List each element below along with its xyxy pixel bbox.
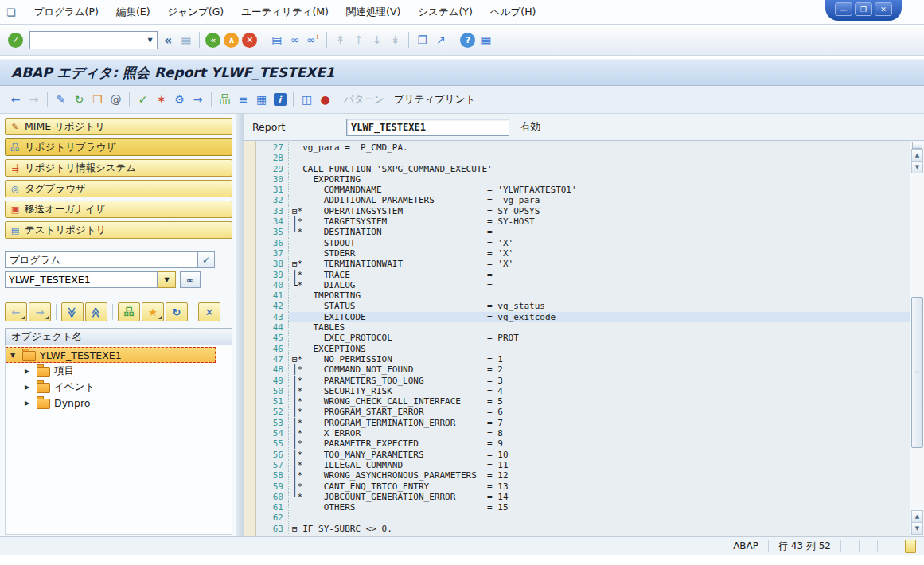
code-line[interactable]: 33 ⊟* OPERATINGSYSTEM = SY-OPSYS — [256, 206, 910, 216]
debugger-icon[interactable]: ◫ — [298, 91, 316, 109]
scroll-down-button[interactable]: ≫ — [61, 302, 84, 321]
expand-arrow-icon[interactable]: ▶ — [25, 399, 33, 407]
breakpoint-stop-icon[interactable]: ● — [316, 91, 334, 109]
expand-arrow-icon[interactable]: ▶ — [25, 368, 33, 375]
code-line[interactable]: 34 │* TARGETSYSTEM = SY-HOST — [256, 216, 910, 227]
help-icon[interactable]: ? — [458, 31, 477, 49]
scrollbar-thumb[interactable]: ∷ — [911, 297, 923, 448]
previous-page-icon[interactable]: ↑ — [349, 31, 368, 49]
code-line[interactable]: 44 TABLES — [256, 322, 910, 333]
code-line[interactable]: 43 EXITCODE = vg_exitcode — [256, 312, 910, 322]
refresh-tree-button[interactable]: ↻ — [166, 302, 188, 321]
code-line[interactable]: 57 │* ILLEGAL_COMMAND = 11 — [256, 460, 910, 470]
close-button[interactable]: ✕ — [875, 2, 892, 16]
code-line[interactable]: 29 CALL FUNCTION 'SXPG_COMMAND_EXECUTE' — [256, 164, 910, 174]
menu-item[interactable]: ジャンプ(G) — [159, 3, 233, 21]
new-session-icon[interactable]: ❐ — [413, 31, 431, 49]
code-line[interactable]: 30 EXPORTING — [256, 174, 910, 185]
code-line[interactable]: 58 │* WRONG_ASYNCHRONOUS_PARAMETERS = 12 — [256, 470, 910, 481]
cancel-icon[interactable]: ✕ — [240, 31, 259, 49]
tree-item-ylwf-testexe1[interactable]: ▼ YLWF_TESTEXE1 — [6, 347, 216, 363]
code-line[interactable]: 52 │* PROGRAM_START_ERROR = 6 — [256, 407, 910, 417]
system-menu-icon[interactable]: ❏ — [6, 6, 16, 18]
code-line[interactable]: 51 │* WRONG_CHECK_CALL_INTERFACE = 5 — [256, 396, 910, 407]
code-line[interactable]: 46 EXCEPTIONS — [256, 344, 910, 354]
menu-item[interactable]: 関連処理(V) — [337, 3, 409, 21]
panel-splitter[interactable] — [236, 114, 244, 536]
back-icon[interactable]: ← — [6, 91, 25, 109]
find-next-icon[interactable]: ∞ — [304, 31, 322, 49]
code-line[interactable]: 37 STDERR = 'X' — [256, 248, 910, 259]
tree-item-dynpro[interactable]: ▶ Dynpro — [6, 395, 96, 411]
sidebar-item-tag-browser[interactable]: ◎ タグブラウザ — [5, 180, 232, 197]
sidebar-item-transport-organizer[interactable]: ▣ 移送オーガナイザ — [5, 201, 232, 218]
code-line[interactable]: 27 vg_para = P_CMD_PA. — [256, 142, 910, 153]
favorites-button[interactable]: ★ — [142, 302, 164, 321]
code-line[interactable]: 50 │* SECURITY_RISK = 4 — [256, 386, 910, 396]
collapse-toolbar-icon[interactable]: « — [164, 33, 172, 48]
pattern-button[interactable]: パターン — [344, 93, 384, 107]
find-icon[interactable]: ∞ — [286, 31, 304, 49]
object-name-dropdown-icon[interactable]: ▼ — [158, 271, 176, 288]
tree-back-button[interactable]: ← — [5, 302, 27, 321]
menu-item[interactable]: ヘルプ(H) — [481, 3, 545, 21]
code-line[interactable]: 61 OTHERS = 15 — [256, 502, 910, 512]
code-line[interactable]: 53 │* PROGRAM_TERMINATION_ERROR = 7 — [256, 418, 910, 428]
menu-item[interactable]: 編集(E) — [107, 3, 159, 21]
customize-layout-icon[interactable]: ▦ — [477, 31, 495, 49]
code-line[interactable]: 31 COMMANDNAME = 'YLWFFAXTEST01' — [256, 185, 910, 195]
object-list-icon[interactable]: 品 — [216, 91, 234, 109]
sidebar-item-repository-browser[interactable]: 品 リポジトリブラウザ — [5, 138, 232, 156]
code-line[interactable]: 32 ADDITIONAL_PARAMETERS = vg_para — [256, 195, 910, 205]
activate-icon[interactable]: ✶ — [152, 91, 170, 109]
split-handle[interactable] — [912, 142, 922, 149]
code-line[interactable]: 47 ⊟* NO_PERMISSION = 1 — [256, 354, 910, 364]
code-line[interactable]: 41 IMPORTING — [256, 290, 910, 301]
last-page-icon[interactable]: ↡ — [386, 31, 404, 49]
status-document-icon[interactable] — [905, 540, 916, 553]
code-line[interactable]: 48 │* COMMAND_NOT_FOUND = 2 — [256, 364, 910, 375]
forward-icon[interactable]: → — [25, 91, 43, 109]
object-name-input[interactable] — [5, 271, 158, 288]
code-line[interactable]: 36 STDOUT = 'X' — [256, 238, 910, 248]
navigation-icon[interactable]: ≡ — [234, 91, 252, 109]
sidebar-item-test-repository[interactable]: ▤ テストリポジトリ — [5, 221, 232, 239]
code-line[interactable]: 49 │* PARAMETERS_TOO_LONG = 3 — [256, 376, 910, 386]
code-line[interactable]: 60 └* JOBCOUNT_GENERATION_ERROR = 14 — [256, 492, 910, 502]
code-line[interactable]: 54 │* X_ERROR = 8 — [256, 428, 910, 438]
code-line[interactable]: 63 ⊟ IF SY-SUBRC <> 0. — [256, 524, 910, 534]
code-line[interactable]: 28 — [256, 153, 910, 163]
command-field[interactable] — [30, 33, 143, 48]
menu-item[interactable]: ユーティリティ(M) — [232, 3, 337, 21]
code-line[interactable]: 59 │* CANT_ENQ_TBTCO_ENTRY = 13 — [256, 481, 910, 492]
minimize-button[interactable]: — — [835, 2, 852, 16]
copy-icon[interactable]: ❐ — [88, 91, 107, 109]
menu-item[interactable]: プログラム(P) — [25, 3, 107, 21]
scroll-down-icon[interactable]: ▼ — [911, 161, 923, 173]
code-line[interactable]: 35 └* DESTINATION = — [256, 227, 910, 237]
display-change-icon[interactable]: ✎ — [52, 91, 70, 109]
report-name-field[interactable]: YLWF_TESTEXE1 — [346, 119, 509, 136]
exit-icon[interactable]: ∧ — [222, 31, 240, 49]
direct-processing-icon[interactable]: ⚙ — [170, 91, 189, 109]
pretty-print-button[interactable]: プリティプリント — [394, 93, 475, 107]
info-icon[interactable]: i — [271, 91, 289, 109]
code-line[interactable]: 45 EXEC_PROTOCOL = PROT — [256, 333, 910, 343]
print-icon[interactable]: ▤ — [267, 31, 286, 49]
back-icon[interactable]: « — [204, 31, 222, 49]
command-dropdown-icon[interactable]: ▼ — [143, 37, 157, 44]
sidebar-item-repository-infosystem[interactable]: ⇶ リポジトリ情報システム — [5, 159, 232, 177]
scroll-down-bottom-icon[interactable]: ▼ — [911, 522, 923, 535]
next-page-icon[interactable]: ↓ — [368, 31, 386, 49]
code-line[interactable]: 55 │* PARAMETER_EXPECTED = 9 — [256, 438, 910, 449]
goto-icon[interactable]: → — [189, 91, 207, 109]
table-display-icon[interactable]: ▦ — [252, 91, 271, 109]
where-used-icon[interactable]: @ — [107, 91, 125, 109]
code-line[interactable]: 42 STATUS = vg_status — [256, 301, 910, 311]
vertical-scrollbar[interactable]: ▲ ▼ ∷ ▲ ▼ — [910, 141, 924, 536]
restore-button[interactable]: ❐ — [855, 2, 872, 16]
refresh-icon[interactable]: ↻ — [70, 91, 88, 109]
code-line[interactable]: 62 — [256, 512, 910, 523]
code-line[interactable]: 56 │* TOO_MANY_PARAMETERS = 10 — [256, 450, 910, 460]
create-shortcut-icon[interactable]: ↗ — [431, 31, 450, 49]
